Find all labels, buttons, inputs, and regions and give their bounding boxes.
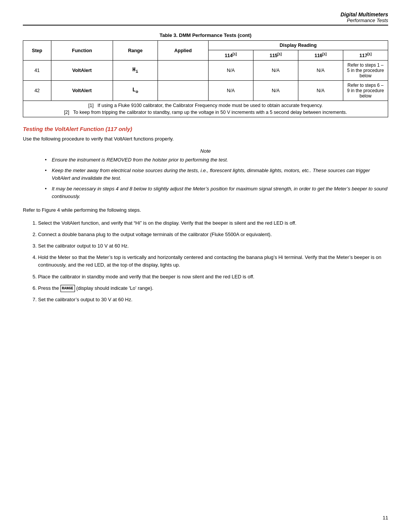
cell-function-42: VoltAlert [51,81,113,101]
range-badge: RANGE [61,285,75,292]
cell-116-41: N/A [298,61,343,81]
cell-step-42: 42 [23,81,51,101]
col-header-116: 116[1] [298,50,343,61]
table-header-row1: Step Function Range Applied Display Read… [23,41,388,50]
lo-symbol: Lo [132,87,138,93]
header-title: Digital Multimeters [23,11,388,18]
hi-symbol: Hi [132,67,138,73]
step-5: Place the calibrator in standby mode and… [38,273,388,281]
step-4: Hold the Meter so that the Meter’s top i… [38,254,388,269]
bullet-item: Ensure the instrument is REMOVED from th… [46,156,388,164]
page-number: 11 [383,515,388,521]
cell-114-41: N/A [208,61,253,81]
bullet-item: It may be necessary in steps 4 and 8 bel… [46,185,388,200]
col-header-115: 115[1] [253,50,298,61]
col-header-117: 117[1] [343,50,388,61]
table-row: 41 VoltAlert Hi N/A N/A N/A Refer to ste… [23,61,388,81]
footnote-row: [1] If using a Fluke 9100 calibrator, th… [23,101,388,117]
note-label: Note [23,148,388,154]
cell-115-42: N/A [253,81,298,101]
cell-115-41: N/A [253,61,298,81]
cell-114-42: N/A [208,81,253,101]
figure-reference: Refer to Figure 4 while performing the f… [23,206,388,214]
step-3: Set the calibrator output to 10 V at 60 … [38,242,388,250]
table-title: Table 3. DMM Performance Tests (cont) [23,32,388,38]
footnote-2: [2] To keep from tripping the calibrator… [26,110,385,115]
footnote-cell: [1] If using a Fluke 9100 calibrator, th… [23,101,388,117]
note-bullets: Ensure the instrument is REMOVED from th… [46,156,388,201]
step-2: Connect a double banana plug to the outp… [38,231,388,238]
col-header-applied: Applied [158,41,209,61]
section-heading: Testing the VoltAlert Function (117 only… [23,126,388,132]
footnote-1: [1] If using a Fluke 9100 calibrator, th… [26,103,385,108]
col-header-range: Range [113,41,158,61]
col-header-114: 114[1] [208,50,253,61]
table-row: 42 VoltAlert Lo N/A N/A N/A Refer to ste… [23,81,388,101]
procedure-steps: Select the VoltAlert function, and verif… [38,219,388,304]
section-intro: Use the following procedure to verify th… [23,135,388,143]
cell-116-42: N/A [298,81,343,101]
col-header-step: Step [23,41,51,61]
header-subtitle: Performance Tests [23,18,388,23]
step-6: Press the RANGE (display should indicate… [38,284,388,292]
step-1: Select the VoltAlert function, and verif… [38,219,388,227]
cell-117-42: Refer to steps 6 – 9 in the procedure be… [343,81,388,101]
page-header: Digital Multimeters Performance Tests [23,11,388,26]
cell-applied-41 [158,61,209,81]
cell-applied-42 [158,81,209,101]
step-7: Set the calibrator’s output to 30 V at 6… [38,296,388,304]
cell-range-42: Lo [113,81,158,101]
cell-117-41: Refer to steps 1 – 5 in the procedure be… [343,61,388,81]
cell-function-41: VoltAlert [51,61,113,81]
cell-range-41: Hi [113,61,158,81]
col-header-function: Function [51,41,113,61]
performance-table: Step Function Range Applied Display Read… [23,40,388,117]
bullet-item: Keep the meter away from electrical nois… [46,167,388,182]
col-header-display-reading: Display Reading [208,41,388,50]
cell-step-41: 41 [23,61,51,81]
